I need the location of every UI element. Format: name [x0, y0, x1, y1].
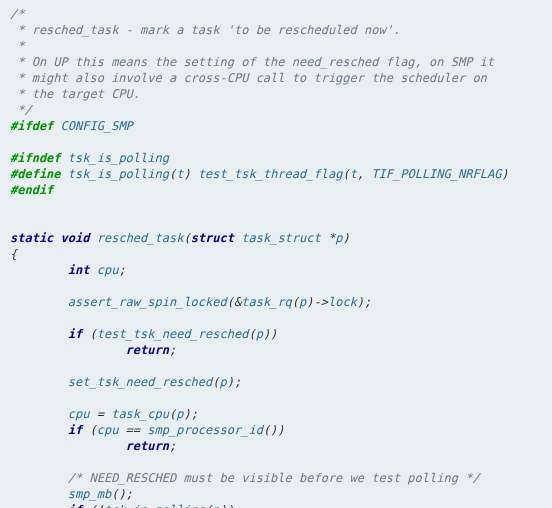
token-id: lock [328, 295, 357, 309]
code-line: /* [10, 7, 24, 21]
token-id: tsk_is_polling [104, 503, 205, 508]
token-cmt: * [10, 39, 24, 53]
token-cmt: /* NEED_RESCHED must be visible before w… [68, 471, 480, 485]
token-op [10, 439, 126, 453]
token-op: (& [227, 295, 241, 309]
token-op: , [357, 167, 371, 181]
token-op: ); [183, 407, 197, 421]
token-cmt: /* [10, 7, 24, 21]
token-id: cpu [68, 407, 90, 421]
token-kw: struct [191, 231, 234, 245]
code-line: /* NEED_RESCHED must be visible before w… [10, 471, 480, 485]
token-op [89, 263, 96, 277]
token-op [10, 295, 68, 309]
token-id: task_rq [241, 295, 292, 309]
code-line: * the target CPU. [10, 87, 140, 101]
token-id: p [212, 503, 219, 508]
token-op: ()) [263, 423, 285, 437]
code-line: #ifndef tsk_is_polling [10, 151, 169, 165]
token-id: p [220, 375, 227, 389]
token-op [90, 231, 97, 245]
code-line: */ [10, 103, 32, 117]
token-op: ; [169, 439, 176, 453]
token-kw: int [68, 263, 90, 277]
code-line: * resched_task - mark a task 'to be resc… [10, 23, 400, 37]
token-op [53, 119, 60, 133]
token-op: ( [292, 295, 299, 309]
token-id: test_tsk_need_resched [97, 327, 249, 341]
code-line: #endif [10, 183, 53, 197]
token-cmt: * resched_task - mark a task 'to be resc… [10, 23, 400, 37]
token-pp: #ifdef [10, 119, 53, 133]
token-op: ; [118, 263, 125, 277]
token-op: ( [342, 167, 349, 181]
token-op: (); [111, 487, 133, 501]
code-block: /* * resched_task - mark a task 'to be r… [10, 6, 542, 508]
token-id: p [256, 327, 263, 341]
token-op: ; [169, 343, 176, 357]
token-cmt: */ [10, 103, 32, 117]
code-line: * On UP this means the setting of the ne… [10, 55, 494, 69]
code-line: assert_raw_spin_locked(&task_rq(p)->lock… [10, 295, 371, 309]
token-op: ( [82, 423, 96, 437]
token-op: (! [82, 503, 104, 508]
token-op: = [89, 407, 111, 421]
token-kw: static [10, 231, 53, 245]
code-line: * might also involve a cross-CPU call to… [10, 71, 487, 85]
code-line: if (!tsk_is_polling(p)) [10, 503, 234, 508]
token-op: ) [342, 231, 349, 245]
token-op [61, 167, 68, 181]
code-line: { [10, 247, 17, 261]
token-op: ( [248, 327, 255, 341]
token-kw: void [61, 231, 90, 245]
token-op: ( [183, 231, 190, 245]
token-id: smp_processor_id [147, 423, 263, 437]
token-op [53, 231, 60, 245]
token-op: ( [82, 327, 96, 341]
token-id: TIF_POLLING_NRFLAG [371, 167, 501, 181]
code-line: #ifdef CONFIG_SMP [10, 119, 133, 133]
token-id: task_struct [241, 231, 320, 245]
token-id: CONFIG_SMP [61, 119, 133, 133]
code-line: * [10, 39, 24, 53]
token-id: cpu [97, 423, 119, 437]
code-line: return; [10, 439, 176, 453]
token-kw: if [68, 423, 82, 437]
token-id: t [350, 167, 357, 181]
token-id: cpu [97, 263, 119, 277]
token-cmt: * the target CPU. [10, 87, 140, 101]
token-op [10, 471, 68, 485]
token-op [10, 327, 68, 341]
token-op: ) [501, 167, 508, 181]
token-op: )-> [306, 295, 328, 309]
code-line: if (cpu == smp_processor_id()) [10, 423, 285, 437]
token-id: tsk_is_polling [68, 151, 169, 165]
token-op: ( [212, 375, 219, 389]
token-op: { [10, 247, 17, 261]
token-cmt: * might also involve a cross-CPU call to… [10, 71, 487, 85]
token-op: )) [263, 327, 277, 341]
code-line: if (test_tsk_need_resched(p)) [10, 327, 277, 341]
token-kw: if [68, 327, 82, 341]
token-op [10, 503, 68, 508]
token-op: ); [357, 295, 371, 309]
token-id: tsk_is_polling [68, 167, 169, 181]
token-op: )) [220, 503, 234, 508]
token-id: smp_mb [68, 487, 111, 501]
code-line: set_tsk_need_resched(p); [10, 375, 241, 389]
token-kw: if [68, 503, 82, 508]
code-line: smp_mb(); [10, 487, 133, 501]
code-line: #define tsk_is_polling(t) test_tsk_threa… [10, 167, 509, 181]
token-id: assert_raw_spin_locked [68, 295, 227, 309]
token-kw: return [126, 343, 169, 357]
token-pp: #ifndef [10, 151, 61, 165]
token-op: == [118, 423, 147, 437]
token-cmt: * On UP this means the setting of the ne… [10, 55, 494, 69]
token-op [10, 375, 68, 389]
token-kw: return [126, 439, 169, 453]
token-id: set_tsk_need_resched [68, 375, 213, 389]
code-line: return; [10, 343, 176, 357]
code-line: static void resched_task(struct task_str… [10, 231, 350, 245]
token-id: task_cpu [111, 407, 169, 421]
code-line: int cpu; [10, 263, 126, 277]
